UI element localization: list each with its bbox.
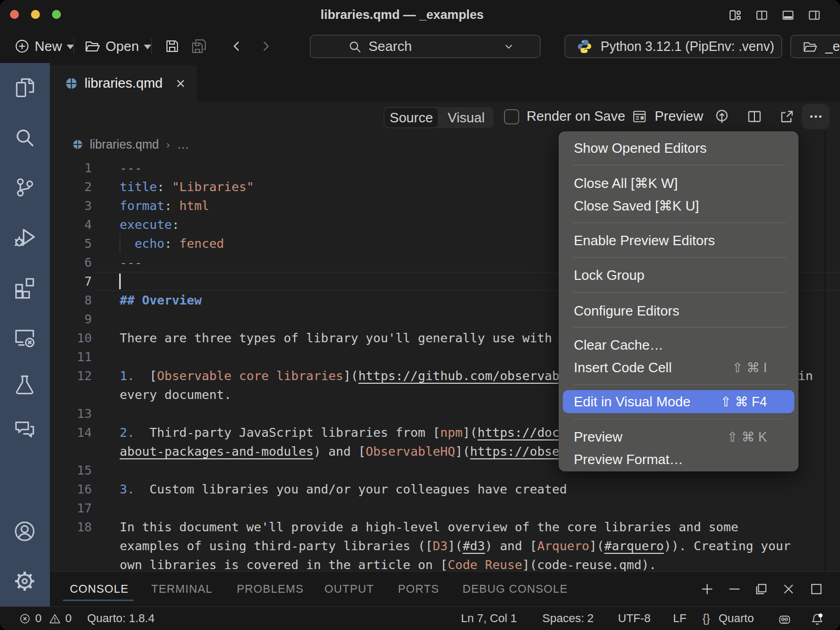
code-line-16[interactable]: 163. Custom libraries you and/or your co…: [50, 480, 840, 499]
save-all-icon[interactable]: [191, 38, 207, 55]
menu-item-clear-cache[interactable]: Clear Cache…: [563, 333, 794, 356]
remote-explorer-icon[interactable]: [13, 326, 36, 349]
menu-item-preview-format[interactable]: Preview Format…: [563, 448, 794, 471]
breadcrumb-more: …: [177, 138, 189, 152]
menu-item-insert-code-cell[interactable]: Insert Code Cell⇧ ⌘ I: [563, 356, 794, 379]
line-number: 8: [50, 291, 92, 310]
more-actions-button[interactable]: [802, 104, 830, 129]
menu-item-edit-in-visual-mode[interactable]: Edit in Visual Mode⇧ ⌘ F4: [563, 390, 794, 413]
search-input[interactable]: Search: [310, 35, 541, 58]
menu-item-preview[interactable]: Preview⇧ ⌘ K: [563, 425, 794, 448]
code-line-18[interactable]: 18In this document we'll provide a high-…: [50, 518, 840, 537]
line-number: 15: [50, 461, 92, 480]
save-icon[interactable]: [164, 38, 181, 55]
code-line-wrap[interactable]: examples of using third-party libraries …: [50, 537, 840, 555]
render-icon[interactable]: [714, 109, 730, 124]
panel-close-icon[interactable]: [781, 582, 796, 596]
menu-item-close-all-k-w[interactable]: Close All [⌘K W]: [563, 172, 794, 195]
menu-item-show-opened-editors[interactable]: Show Opened Editors: [563, 136, 794, 160]
panel-maximize-icon[interactable]: [809, 582, 824, 596]
panel-tab-ports[interactable]: PORTS: [398, 572, 439, 606]
extensions-icon[interactable]: [13, 276, 36, 299]
toggle-secondary-sidebar-icon[interactable]: [807, 8, 821, 22]
project-selector[interactable]: _examples: [790, 35, 840, 58]
eol-status[interactable]: LF: [673, 607, 687, 630]
python-icon: [576, 38, 593, 55]
navigate-forward-icon[interactable]: [258, 38, 274, 54]
toggle-panel-icon[interactable]: [781, 8, 795, 22]
testing-icon[interactable]: [13, 373, 36, 396]
menu-item-lock-group[interactable]: Lock Group: [563, 264, 794, 287]
window-title: libraries.qmd — _examples: [321, 0, 484, 29]
split-editor-right-icon[interactable]: [747, 109, 762, 124]
panel-tab-terminal[interactable]: TERMINAL: [151, 572, 213, 606]
render-on-save-checkbox[interactable]: [504, 109, 519, 124]
source-control-icon[interactable]: [13, 176, 36, 199]
breadcrumb-file-icon: [72, 139, 83, 150]
line-number: 7: [50, 272, 92, 291]
panel-minimize-icon[interactable]: [727, 582, 742, 596]
close-window-button[interactable]: [10, 10, 19, 19]
line-number: 4: [50, 215, 92, 234]
split-editor-icon[interactable]: [755, 8, 769, 22]
source-mode-button[interactable]: Source: [384, 107, 439, 128]
menu-item-close-saved-k-u[interactable]: Close Saved [⌘K U]: [563, 194, 794, 217]
plus-circle-icon: [14, 38, 30, 54]
visual-mode-button[interactable]: Visual: [439, 107, 494, 128]
preview-icon: [632, 109, 647, 124]
account-icon[interactable]: [13, 520, 36, 543]
run-debug-icon[interactable]: [13, 226, 36, 249]
panel-tab-problems[interactable]: PROBLEMS: [237, 572, 303, 606]
cursor-position-status[interactable]: Ln 7, Col 1: [461, 607, 517, 630]
maximize-window-button[interactable]: [52, 10, 61, 19]
menu-separator: [573, 327, 786, 328]
line-number: 12: [50, 366, 92, 385]
language-mode-status[interactable]: {}Quarto: [702, 607, 754, 630]
line-number: 16: [50, 480, 92, 499]
editor-actions-context-menu: Show Opened EditorsClose All [⌘K W]Close…: [559, 131, 799, 471]
interpreter-selector[interactable]: Python 3.12.1 (PipEnv: .venv): [564, 35, 782, 58]
line-number: 6: [50, 253, 92, 272]
explorer-icon[interactable]: [13, 76, 36, 99]
line-number: [50, 537, 92, 555]
problems-status[interactable]: 0 0: [19, 607, 72, 630]
code-line-17[interactable]: 17: [50, 499, 840, 518]
panel-restore-icon[interactable]: [754, 582, 769, 596]
breadcrumb-file: libraries.qmd: [90, 138, 159, 152]
project-label: _examples: [825, 39, 840, 54]
line-number: 9: [50, 310, 92, 329]
panel-tab-console[interactable]: CONSOLE: [70, 572, 129, 606]
tab-libraries-qmd[interactable]: libraries.qmd: [50, 65, 197, 101]
navigate-back-icon[interactable]: [229, 38, 245, 54]
notifications-bell-icon[interactable]: [810, 612, 824, 626]
indentation-status[interactable]: Spaces: 2: [542, 607, 594, 630]
line-number: [50, 442, 92, 461]
menu-item-enable-preview-editors[interactable]: Enable Preview Editors: [563, 229, 794, 252]
panel-tab-output[interactable]: OUTPUT: [324, 572, 374, 606]
menu-separator: [573, 223, 786, 223]
editor-scrollbar-edge: [825, 131, 826, 571]
panel-add-icon[interactable]: [700, 582, 715, 596]
search-dropdown-chevron-icon[interactable]: [501, 39, 516, 54]
close-tab-icon[interactable]: [174, 77, 187, 90]
open-button[interactable]: Open: [84, 29, 151, 63]
line-number: 2: [50, 177, 92, 196]
minimize-window-button[interactable]: [31, 10, 40, 19]
settings-gear-icon[interactable]: [13, 570, 36, 593]
chat-icon[interactable]: [13, 418, 36, 441]
line-number: 1: [50, 159, 92, 177]
quarto-version-status[interactable]: Quarto: 1.8.4: [87, 607, 154, 630]
copilot-icon[interactable]: [778, 612, 792, 626]
line-number: 3: [50, 196, 92, 215]
panel-tab-debug-console[interactable]: DEBUG CONSOLE: [463, 572, 568, 606]
encoding-status[interactable]: UTF-8: [618, 607, 650, 630]
customize-layout-icon[interactable]: [728, 8, 742, 22]
menu-item-configure-editors[interactable]: Configure Editors: [563, 299, 794, 322]
search-sidebar-icon[interactable]: [13, 126, 36, 149]
preview-button[interactable]: Preview: [655, 101, 703, 131]
menu-separator: [573, 292, 786, 293]
new-button[interactable]: New: [14, 29, 74, 63]
folder-open-icon: [84, 38, 101, 55]
open-in-new-window-icon[interactable]: [779, 109, 795, 124]
line-number: 11: [50, 348, 92, 366]
